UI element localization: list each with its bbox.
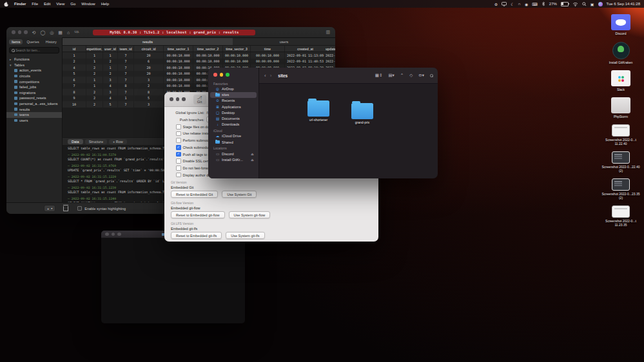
use-system-button[interactable]: Use System Git	[222, 191, 257, 198]
folder-url-shortener[interactable]: url-shortener	[299, 100, 338, 122]
finder-sidebar-item[interactable]: Recents	[210, 98, 257, 104]
menu-go[interactable]: Go	[70, 2, 75, 6]
checkbox[interactable]	[176, 138, 181, 143]
sql-icon[interactable]: SQL	[74, 31, 79, 34]
window-controls[interactable]	[208, 71, 259, 81]
back-button[interactable]: ‹	[264, 73, 266, 79]
eject-icon[interactable]: ⏏	[251, 152, 254, 156]
finder-sidebar-item[interactable]: Install GitKr... ⏏	[210, 157, 257, 162]
wifi-icon[interactable]	[572, 2, 578, 6]
window-controls[interactable]	[12, 30, 28, 34]
tree-table-item[interactable]: password_resets	[6, 95, 62, 101]
headphones-icon[interactable]: ∩	[518, 2, 521, 6]
menu-app-name[interactable]: Finder	[14, 2, 26, 6]
desktop-icon[interactable]: Slack	[601, 70, 641, 91]
finder-sidebar-item[interactable]: AirDrop	[210, 86, 257, 92]
desktop-icon-thumbnail[interactable]	[611, 70, 630, 86]
eject-icon[interactable]: ⏏	[251, 158, 254, 162]
lock-icon[interactable]: ⌂	[67, 30, 70, 35]
record-icon[interactable]: ◉	[525, 2, 528, 6]
icon-size-control[interactable]: ▦⇕	[375, 73, 383, 78]
search-icon[interactable]	[430, 74, 433, 77]
forward-button[interactable]: ›	[270, 73, 272, 79]
finder-sidebar-item[interactable]: Shared	[210, 139, 257, 145]
column-header[interactable]: circuit_id	[134, 46, 164, 52]
footer-tab[interactable]: Structure	[85, 139, 107, 144]
window-controls[interactable]	[105, 233, 121, 236]
menu-window[interactable]: Window	[81, 2, 95, 6]
menu-file[interactable]: File	[32, 2, 38, 6]
column-header[interactable]: team_id	[118, 46, 134, 52]
tree-table-item[interactable]: action_events	[6, 68, 62, 73]
keyboard-icon[interactable]: ⌨	[532, 2, 538, 6]
share-icon[interactable]: ⌃	[400, 73, 404, 78]
finder-sidebar-item[interactable]: Discord ⏏	[210, 151, 257, 157]
tree-table-item[interactable]: users	[6, 118, 62, 124]
desktop-icon[interactable]: Discord	[601, 14, 641, 35]
menu-view[interactable]: View	[56, 2, 64, 6]
folder-grand-prix[interactable]: grand-prix	[343, 103, 382, 124]
tree-table-item[interactable]: migrations	[6, 90, 62, 96]
layout-columns-icon[interactable]: ▥	[326, 30, 330, 35]
checkbox[interactable]	[176, 145, 181, 150]
siri-icon[interactable]	[598, 2, 603, 6]
table-tab[interactable]: results	[63, 38, 233, 45]
desktop-icon[interactable]: Screenshot 2022-0...t 11.23.35	[601, 205, 641, 227]
settings-icon[interactable]: ⚙	[494, 2, 498, 6]
column-header[interactable]: time_sector_1	[164, 46, 193, 52]
desktop-icon-thumbnail[interactable]	[612, 124, 630, 137]
use-system-button[interactable]: Use System git-flow	[229, 211, 271, 218]
tree-table-item[interactable]: failed_jobs	[6, 84, 62, 90]
footer-tab[interactable]: + Row	[109, 139, 127, 144]
table-row[interactable]: 11172000:00:10.00000:00:10.00000:00:10.0…	[63, 52, 335, 59]
desktop-icon-thumbnail[interactable]	[611, 97, 630, 113]
finder-content[interactable]: url-shortener grand-prix	[259, 84, 438, 178]
checkbox[interactable]	[176, 173, 181, 178]
sidebar-tab[interactable]: Items	[9, 39, 23, 44]
tree-table-item[interactable]: results	[6, 106, 62, 112]
stop-icon[interactable]: ◯	[40, 30, 45, 35]
tree-table-item[interactable]: teams	[6, 112, 62, 118]
focus-moon-icon[interactable]: ☾	[511, 2, 514, 6]
folder-icon[interactable]	[307, 100, 329, 117]
git-toolbar-tab[interactable]: ⎇Git	[193, 95, 206, 104]
desktop-icon-thumbnail[interactable]	[611, 41, 630, 59]
tags-icon[interactable]: ◇	[409, 73, 413, 78]
bluetooth-icon[interactable]	[542, 1, 545, 6]
column-header[interactable]: time	[251, 46, 285, 52]
syntax-highlight-checkbox[interactable]	[77, 206, 82, 211]
desktop-icon-thumbnail[interactable]	[611, 14, 630, 30]
display-icon[interactable]	[502, 2, 507, 6]
sidebar-tab[interactable]: History	[43, 39, 59, 44]
footer-tab[interactable]: Data	[68, 139, 83, 144]
tableplus-titlebar[interactable]: ⟲ ◯ ◎ ▦ ⌂ SQL MySQL 8.0.30 : TLSv1.2 : l…	[6, 27, 335, 38]
desktop-icon[interactable]: PhpStorm	[601, 97, 641, 119]
reset-embedded-button[interactable]: Reset to Embedded Git	[171, 191, 218, 198]
desktop-icon-thumbnail[interactable]	[612, 205, 630, 218]
tree-table-item[interactable]: circuits	[6, 73, 62, 79]
checkbox[interactable]	[176, 166, 181, 171]
menu-help[interactable]: Help	[101, 2, 109, 6]
column-header[interactable]: time_sector_3	[223, 46, 251, 52]
desktop-icon[interactable]: Screenshot 2022-0...22.40 (2)	[601, 151, 641, 173]
finder-sidebar-item[interactable]: Downloads	[210, 122, 257, 128]
checkbox[interactable]	[176, 158, 181, 164]
desktop-icon[interactable]: Install GitKraken	[601, 41, 641, 64]
menu-edit[interactable]: Edit	[44, 2, 50, 6]
table-icon[interactable]: ▦	[58, 30, 63, 35]
finder-sidebar-item[interactable]: Desktop	[210, 110, 257, 115]
eye-icon[interactable]: ◎	[50, 30, 54, 35]
use-system-button[interactable]: Use System git-lfs	[226, 232, 264, 239]
sidebar-tab[interactable]: Queries	[24, 39, 41, 44]
actions-menu-icon[interactable]: ⊖▾	[418, 73, 424, 78]
add-item-button[interactable]: +▾	[44, 205, 55, 212]
column-header[interactable]: time_sector_2	[193, 46, 223, 52]
finder-sidebar-item[interactable]: iCloud Drive	[210, 133, 257, 139]
terminal-output[interactable]: at vendor/laravel/framework/src/Illumina…	[101, 238, 245, 323]
menubar-clock[interactable]: Tue 6 Sep 14:41:28	[607, 2, 641, 6]
finder-sidebar-item[interactable]: sites	[210, 92, 257, 98]
finder-sidebar-item[interactable]: Applications	[210, 104, 257, 110]
column-header[interactable]: id	[63, 46, 86, 52]
checkbox[interactable]	[176, 124, 181, 129]
reset-embedded-button[interactable]: Reset to Embedded git-flow	[171, 211, 225, 218]
